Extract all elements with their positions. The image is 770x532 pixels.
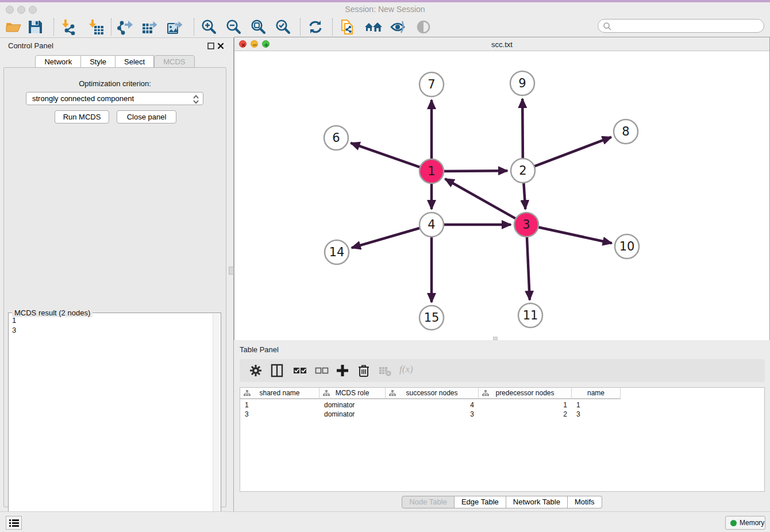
table-tab-motifs[interactable]: Motifs — [568, 496, 602, 508]
zoom-selected-icon[interactable] — [274, 19, 291, 35]
node-label-6: 6 — [332, 131, 340, 145]
select-all-icon[interactable] — [292, 363, 307, 378]
node-label-4: 4 — [428, 218, 435, 232]
import-table-icon[interactable] — [87, 19, 104, 35]
table-cell[interactable]: dominator — [319, 400, 386, 410]
toolbar-separator — [332, 18, 333, 36]
network-resize-handle[interactable] — [493, 337, 498, 340]
show-column-panel-icon[interactable] — [270, 363, 284, 378]
import-network-icon[interactable] — [60, 19, 77, 35]
status-bar: Memory — [0, 511, 770, 532]
window-title: Session: New Session — [0, 5, 770, 14]
result-scrollbar[interactable] — [213, 314, 220, 529]
run-mcds-button[interactable]: Run MCDS — [55, 110, 109, 124]
export-table-icon[interactable] — [141, 19, 159, 35]
deselect-all-icon[interactable] — [314, 363, 329, 378]
edge-3-11[interactable] — [527, 235, 530, 300]
table-panel-title: Table Panel — [240, 345, 279, 354]
search-input[interactable] — [614, 21, 758, 31]
network-graph[interactable]: 7968124314101511 — [234, 51, 769, 340]
node-label-8: 8 — [622, 125, 629, 138]
mcds-result-text[interactable]: 1 3 — [10, 315, 205, 522]
table-cell[interactable]: 3 — [386, 410, 479, 419]
edge-2-9[interactable] — [522, 99, 523, 160]
network-view-window: scc.txt 7968124314101511 — [234, 37, 770, 340]
hide-panels-icon[interactable] — [390, 19, 407, 35]
memory-label: Memory — [740, 519, 764, 527]
toolbar-separator — [111, 18, 111, 36]
table-row[interactable]: 1dominator411 — [240, 400, 621, 410]
open-session-icon[interactable] — [5, 19, 22, 35]
search-box[interactable] — [598, 19, 764, 33]
control-tab-style[interactable]: Style — [81, 55, 116, 68]
node-table[interactable]: shared nameMCDS rolesuccessor nodesprede… — [240, 387, 765, 492]
export-image-icon[interactable] — [167, 19, 184, 35]
table-cell[interactable]: 1 — [572, 400, 621, 410]
node-label-11: 11 — [523, 309, 538, 322]
network-window-title: scc.txt — [234, 40, 769, 49]
table-cell[interactable]: 3 — [240, 410, 319, 419]
memory-button[interactable]: Memory — [725, 516, 765, 530]
zoom-fit-icon[interactable] — [249, 19, 267, 35]
edge-1-2[interactable] — [442, 171, 507, 171]
control-tab-select[interactable]: Select — [116, 55, 154, 68]
table-cell[interactable]: 1 — [479, 400, 572, 410]
table-cell[interactable]: 1 — [240, 400, 319, 410]
control-tab-mcds[interactable]: MCDS — [154, 55, 194, 68]
save-session-icon[interactable] — [26, 19, 44, 35]
column-header-predecessor-nodes[interactable]: predecessor nodes — [479, 388, 572, 399]
edge-3-1[interactable] — [445, 179, 518, 219]
panel-divider-handle[interactable] — [229, 267, 234, 275]
table-tab-node-table[interactable]: Node Table — [402, 496, 455, 508]
control-tab-network[interactable]: Network — [35, 55, 81, 68]
column-header-name[interactable]: name — [572, 388, 621, 399]
main-toolbar — [0, 16, 770, 38]
node-label-1: 1 — [428, 164, 435, 178]
edge-2-8[interactable] — [533, 137, 611, 167]
zoom-in-icon[interactable] — [200, 19, 217, 35]
search-icon — [603, 22, 612, 31]
node-label-14: 14 — [329, 245, 345, 259]
edge-3-10[interactable] — [537, 227, 612, 243]
table-tab-edge-table[interactable]: Edge Table — [455, 496, 506, 508]
table-cell[interactable]: 4 — [386, 400, 479, 410]
table-cell[interactable]: dominator — [319, 410, 386, 419]
panel-divider[interactable] — [230, 38, 234, 511]
toolbar-separator — [53, 18, 54, 36]
export-network-icon[interactable] — [117, 19, 134, 35]
table-settings-icon[interactable] — [248, 363, 263, 378]
close-panel-button[interactable]: Close panel — [117, 110, 176, 124]
table-row[interactable]: 3dominator323 — [240, 410, 621, 419]
column-header-successor-nodes[interactable]: successor nodes — [386, 388, 479, 399]
optimization-criterion-select[interactable]: strongly connected component — [26, 92, 203, 105]
duplicate-network-icon[interactable] — [339, 19, 356, 35]
mcds-tab-content: Optimization criterion: strongly connect… — [3, 67, 226, 507]
network-window-titlebar[interactable]: scc.txt — [234, 37, 769, 51]
float-panel-icon[interactable] — [207, 41, 214, 48]
column-header-MCDS-role[interactable]: MCDS role — [319, 388, 386, 399]
close-panel-icon[interactable] — [217, 41, 224, 48]
node-label-10: 10 — [619, 240, 635, 253]
node-label-15: 15 — [424, 311, 440, 325]
refresh-layout-icon[interactable] — [307, 19, 324, 35]
toolbar-separator — [300, 18, 301, 36]
table-toolbar: f(x) — [240, 359, 765, 382]
status-menu-button[interactable] — [6, 516, 22, 530]
control-panel-title: Control Panel — [8, 41, 53, 50]
create-column-icon[interactable] — [335, 363, 350, 378]
edge-1-6[interactable] — [351, 143, 422, 168]
edge-2-3[interactable] — [523, 181, 525, 209]
optimization-criterion-value: strongly connected component — [32, 94, 134, 103]
edge-4-14[interactable] — [352, 228, 422, 248]
toolbar-separator — [194, 18, 194, 36]
zoom-out-icon[interactable] — [225, 19, 242, 35]
home-icon[interactable] — [364, 19, 382, 35]
table-cell[interactable]: 2 — [479, 410, 572, 419]
column-header-shared-name[interactable]: shared name — [240, 388, 319, 399]
select-stepper-icon — [192, 94, 199, 105]
table-cell[interactable]: 3 — [572, 410, 621, 419]
node-label-3: 3 — [522, 218, 530, 232]
table-panel-tabs: Node TableEdge TableNetwork TableMotifs — [234, 496, 770, 508]
delete-column-icon[interactable] — [356, 363, 371, 378]
table-tab-network-table[interactable]: Network Table — [506, 496, 568, 508]
